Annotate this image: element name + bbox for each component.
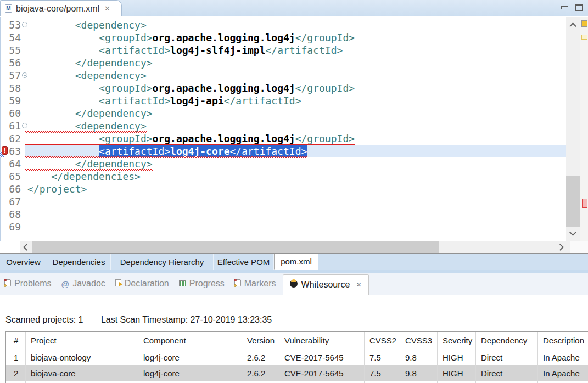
column-header[interactable]: # [6,332,25,349]
view-tab-markers[interactable]: Markers [234,279,276,289]
column-header[interactable]: CVSS2 [364,332,400,349]
column-separator[interactable] [537,332,538,383]
column-header[interactable]: Severity [437,332,475,349]
gutter-row[interactable]: 53 [0,19,27,31]
column-separator[interactable] [242,332,242,383]
maven-pom-icon: M [5,4,12,13]
code-line[interactable]: <artifactId>log4j-api</artifactId> [25,94,566,107]
code-line[interactable]: </project> [25,183,566,195]
table-cell: 2.6.2 [242,365,279,381]
pom-tab-dependencies[interactable]: Dependencies [47,254,111,270]
pom-tab-pom-xml[interactable]: pom.xml [274,254,318,270]
table-cell: CVE-2017-5645 [279,365,364,381]
vertical-scrollbar-thumb[interactable] [566,176,580,227]
scroll-up-icon[interactable] [569,22,576,30]
code-line[interactable]: <dependency> [25,19,566,31]
code-line[interactable]: <artifactId>log4j-slf4j-impl</artifactId… [25,44,566,57]
code-line[interactable]: </dependency> [25,157,566,170]
pom-tab-overview[interactable]: Overview [0,254,47,270]
overview-marker-warning[interactable] [581,20,587,27]
scroll-right-icon[interactable] [557,244,564,251]
horizontal-scrollbar[interactable] [0,241,588,254]
table-cell: 9.8 [400,349,437,365]
code-area[interactable]: <dependency> <groupId>org.apache.logging… [25,19,566,233]
pom-tab-effective-pom[interactable]: Effective POM [214,254,274,270]
gutter-row[interactable]: 59 [0,94,27,107]
gutter-row[interactable]: 69 [0,221,27,233]
code-line[interactable]: <dependency> [25,120,566,132]
gutter-row[interactable]: 60 [0,107,27,120]
close-icon[interactable]: ✕ [356,281,361,289]
editor-tab-pom-xml[interactable]: M biojava-core/pom.xml ✕ [0,0,122,16]
minimize-button[interactable] [561,6,568,9]
column-separator[interactable] [475,332,476,383]
gutter-row[interactable]: 64 [0,157,27,170]
gutter-row[interactable]: 57 [0,69,27,82]
gutter-row[interactable]: 54 [0,31,27,44]
gutter-row[interactable]: 61 [0,120,27,132]
column-separator[interactable] [437,332,438,383]
column-separator[interactable] [138,332,138,383]
column-separator[interactable] [25,332,26,383]
overview-marker-info[interactable] [581,35,587,40]
view-tab-declaration[interactable]: Declaration [115,279,169,289]
gutter-row[interactable]: 67 [0,195,27,208]
view-tab-bar: Problems@JavadocDeclarationProgressMarke… [0,273,588,295]
gutter-row[interactable]: 62 [0,132,27,145]
table-cell: HIGH [437,349,475,365]
scroll-down-icon[interactable] [569,229,576,236]
gutter-row[interactable]: 58 [0,82,27,94]
code-line[interactable] [25,221,566,233]
code-line[interactable]: <dependency> [25,69,566,82]
column-separator[interactable] [364,332,365,383]
column-header[interactable]: Component [138,332,242,349]
column-separator[interactable] [279,332,279,383]
gutter-row[interactable]: 68 [0,208,27,221]
code-line[interactable]: </dependencies> [25,170,566,183]
gutter-row[interactable]: 66 [0,183,27,195]
table-cell: In Apache [537,365,588,381]
table-row[interactable]: 2biojava-corelog4j-core2.6.2CVE-2017-564… [6,365,588,381]
view-tab-whitesource[interactable]: Whitesource✕ [283,274,369,295]
xml-editor[interactable]: 5354555657585960616263646566676869 <depe… [0,17,588,241]
column-header[interactable]: Project [25,332,138,349]
code-line[interactable]: <artifactId>log4j-core</artifactId> [25,145,566,157]
table-row[interactable]: 1biojava-ontologylog4j-core2.6.2CVE-2017… [6,349,588,365]
line-number: 59 [0,94,21,107]
code-line[interactable] [25,208,566,221]
line-number-gutter[interactable]: 5354555657585960616263646566676869 [0,19,27,233]
column-header[interactable]: CVSS3 [400,332,437,349]
table-cell: log4j-core [138,349,242,365]
view-tab-progress[interactable]: Progress [179,279,225,289]
column-header[interactable]: Description [537,332,588,349]
selected-text[interactable]: <artifactId>log4j-core</artifactId> [99,145,307,157]
maximize-button[interactable] [575,4,583,11]
view-tab-problems[interactable]: Problems [4,279,52,289]
column-header[interactable]: Dependency [475,332,537,349]
overview-ruler[interactable] [580,17,588,241]
gutter-row[interactable]: 55 [0,44,27,57]
column-header[interactable]: Vulnerability [279,332,364,349]
scroll-left-icon[interactable] [23,244,30,251]
overview-marker-error[interactable] [582,199,587,208]
line-number: 62 [0,132,21,145]
column-header[interactable]: Version [242,332,279,349]
gutter-row[interactable]: 65 [0,170,27,183]
code-line[interactable]: <groupId>org.apache.logging.log4j</group… [25,82,566,94]
table-cell: 7.5 [364,349,400,365]
code-line[interactable]: <groupId>org.apache.logging.log4j</group… [25,31,566,44]
view-tab-javadoc[interactable]: @Javadoc [61,279,105,289]
gutter-row[interactable]: 56 [0,57,27,69]
error-marker-icon[interactable]: ! [2,146,8,155]
horizontal-scrollbar-thumb[interactable] [32,241,439,253]
column-separator[interactable] [400,332,400,383]
code-line[interactable]: </dependency> [25,107,566,120]
pom-tab-dependency-hierarchy[interactable]: Dependency Hierarchy [111,254,214,270]
code-line[interactable] [25,195,566,208]
code-line[interactable]: <groupId>org.apache.logging.log4j</group… [25,132,566,145]
error-squiggle [25,131,147,133]
vertical-scrollbar[interactable] [566,17,580,241]
code-line[interactable]: </dependency> [25,57,566,69]
close-icon[interactable]: ✕ [104,4,110,13]
line-number: 53 [0,19,21,31]
